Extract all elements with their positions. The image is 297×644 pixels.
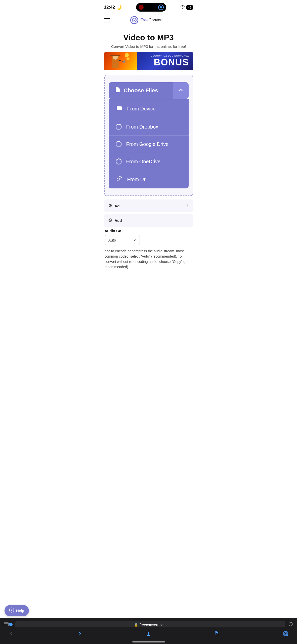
dynamic-island xyxy=(136,3,166,12)
folder-icon xyxy=(116,105,123,112)
page-subtitle: Convert Video to MP3 format online, for … xyxy=(104,44,193,49)
svg-point-8 xyxy=(126,57,130,60)
from-device-label: From Device xyxy=(127,106,156,112)
from-google-drive-label: From Google Drive xyxy=(126,141,169,147)
choose-files-main[interactable]: Choose Files xyxy=(109,82,173,99)
logo: FreeConvert xyxy=(130,16,163,24)
audio-settings-label: ⚙ Aud xyxy=(108,218,122,223)
navbar: FreeConvert xyxy=(100,14,198,28)
from-dropbox-label: From Dropbox xyxy=(126,124,158,130)
status-time: 12:42 🌙 xyxy=(104,5,122,10)
from-onedrive-item[interactable]: From OneDrive xyxy=(109,153,189,170)
status-icons: 45 xyxy=(180,5,193,10)
advanced-settings-section[interactable]: ⚙ Ad ∧ xyxy=(104,199,193,212)
page-title: Video to MP3 xyxy=(104,33,193,42)
dropbox-icon xyxy=(116,124,122,130)
moon-icon: 🌙 xyxy=(116,5,122,10)
logo-convert: Convert xyxy=(149,18,163,22)
link-icon xyxy=(116,176,123,183)
from-url-label: From Url xyxy=(127,177,147,182)
svg-point-7 xyxy=(125,53,129,57)
ad-banner-left xyxy=(104,52,137,70)
dynamic-island-area xyxy=(136,3,166,12)
advanced-settings-label: ⚙ Ad xyxy=(108,203,120,209)
google-drive-icon xyxy=(116,141,122,147)
from-dropbox-item[interactable]: From Dropbox xyxy=(109,118,189,135)
choose-files-container: Choose Files xyxy=(109,82,189,188)
audio-settings-section[interactable]: ⚙ Aud xyxy=(104,214,193,227)
file-icon xyxy=(115,87,121,94)
chevron-up-icon xyxy=(178,87,184,94)
svg-point-0 xyxy=(132,18,136,22)
advanced-settings-chevron: ∧ xyxy=(186,203,189,209)
choose-files-toggle[interactable] xyxy=(173,82,189,99)
ad-text-area: DÉCOUVREZ DES NOUVEAUX BONUS xyxy=(151,55,189,68)
audio-codec-section: Audio Co Auto ∨ xyxy=(104,229,193,245)
choose-files-button[interactable]: Choose Files xyxy=(109,82,189,99)
logo-text: FreeConvert xyxy=(140,18,163,22)
battery-indicator: 45 xyxy=(186,5,193,10)
description-text: dec to encode or compress the audio stre… xyxy=(104,248,193,271)
svg-point-5 xyxy=(123,60,125,63)
ad-bonus: BONUS xyxy=(151,57,189,68)
logo-free: Free xyxy=(140,18,149,22)
drop-zone[interactable]: Choose Files xyxy=(104,75,193,196)
time-display: 12:42 xyxy=(104,5,115,10)
gear-icon-audio: ⚙ xyxy=(108,218,112,223)
advanced-settings-text: Ad xyxy=(115,204,120,208)
onedrive-icon xyxy=(116,158,122,165)
di-camera xyxy=(139,5,144,10)
wifi-icon xyxy=(180,5,185,10)
from-device-item[interactable]: From Device xyxy=(109,99,189,118)
codec-select[interactable]: Auto ∨ xyxy=(105,235,140,245)
gear-icon-advanced: ⚙ xyxy=(108,203,112,209)
codec-selected-value: Auto xyxy=(108,238,116,242)
hamburger-menu[interactable] xyxy=(104,18,110,22)
audio-codec-label: Audio Co xyxy=(105,229,193,233)
audio-settings-text: Aud xyxy=(115,218,122,223)
ad-discover: DÉCOUVREZ DES NOUVEAUX xyxy=(151,55,189,57)
codec-chevron-down: ∨ xyxy=(133,238,136,242)
main-content: Video to MP3 Convert Video to MP3 format… xyxy=(100,28,198,271)
status-bar: 12:42 🌙 45 xyxy=(100,0,198,14)
from-url-item[interactable]: From Url xyxy=(109,170,189,188)
choose-files-dropdown: From Device From Dropbox From Google Dri… xyxy=(109,99,189,188)
ad-banner[interactable]: DÉCOUVREZ DES NOUVEAUX BONUS xyxy=(104,52,193,70)
di-airdrop xyxy=(158,5,164,10)
logo-icon xyxy=(130,16,138,24)
from-google-drive-item[interactable]: From Google Drive xyxy=(109,135,189,153)
from-onedrive-label: From OneDrive xyxy=(126,159,161,165)
svg-rect-3 xyxy=(110,55,120,56)
choose-files-label: Choose Files xyxy=(124,87,158,94)
